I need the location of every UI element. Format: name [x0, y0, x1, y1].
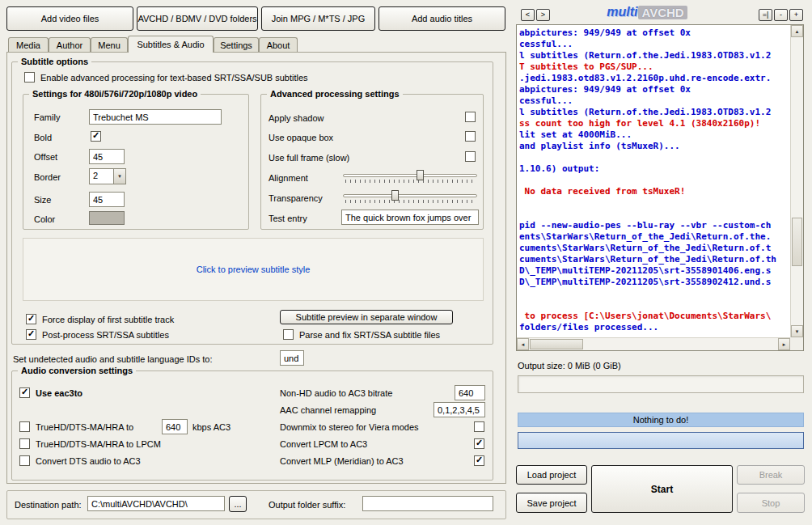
enable-advanced-checkbox[interactable] [24, 72, 35, 83]
offset-input[interactable] [89, 149, 125, 164]
log-line: cessful... [519, 95, 789, 107]
scrollbar-corner [790, 337, 803, 350]
border-select-value: 2 [90, 169, 113, 184]
shrink-panel-button[interactable]: - [774, 9, 788, 21]
progress-bar-empty [518, 375, 804, 393]
full-frame-checkbox[interactable] [465, 151, 476, 162]
log-line: ents\StarWars\Return_of_the_Jedi\Return.… [519, 231, 789, 243]
chevron-down-icon[interactable]: ▼ [113, 169, 125, 184]
log-output[interactable]: abpictures: 949/949 at offset 0xcessful.… [516, 24, 804, 351]
bold-checkbox[interactable] [91, 131, 101, 142]
subtitle-preview-window-button[interactable]: Subtitle preview in separate window [280, 310, 453, 324]
tab-author[interactable]: Author [49, 37, 91, 52]
transparency-label: Transparency [269, 193, 323, 204]
force-first-subtitle-checkbox[interactable] [26, 314, 36, 324]
postprocess-srt-label: Post-process SRT/SSA subtitles [42, 330, 169, 341]
subtitle-preview-link[interactable]: Click to preview subtitle style [197, 265, 311, 274]
scroll-right-button[interactable]: ► [778, 338, 790, 350]
alignment-slider[interactable] [343, 169, 477, 184]
log-forward-button[interactable]: > [536, 9, 550, 21]
join-mpg-mts-jpg-button[interactable]: Join MPG / M*TS / JPG [261, 6, 375, 31]
border-select[interactable]: 2 ▼ [89, 168, 126, 184]
transparency-slider[interactable] [343, 189, 477, 204]
start-button[interactable]: Start [591, 465, 733, 513]
log-line: cessful... [519, 39, 789, 50]
tab-menu[interactable]: Menu [91, 37, 128, 52]
minus-icon: - [780, 11, 782, 19]
downmix-viera-checkbox[interactable] [474, 421, 484, 432]
log-line: folders/files processed... [519, 322, 789, 333]
vertical-scroll-thumb[interactable] [792, 218, 802, 266]
kbps-ac3-label: kbps AC3 [192, 422, 230, 433]
save-project-button[interactable]: Save project [516, 493, 587, 513]
break-label: Break [759, 470, 783, 480]
horizontal-scroll-thumb[interactable] [530, 339, 583, 349]
dock-icon: =| [763, 11, 769, 19]
language-ids-input[interactable] [280, 350, 304, 366]
apply-shadow-checkbox[interactable] [465, 112, 476, 122]
advanced-processing-title: Advanced processing settings [267, 89, 403, 99]
opaque-box-checkbox[interactable] [465, 131, 476, 142]
truehd-to-ac3-label: TrueHD/DTS-MA/HRA to [36, 422, 133, 433]
load-project-button[interactable]: Load project [516, 465, 587, 485]
scroll-left-button[interactable]: ◄ [517, 338, 529, 350]
truehd-to-ac3-checkbox[interactable] [19, 421, 30, 432]
transparency-slider-thumb[interactable] [391, 190, 399, 201]
arrow-left-icon: ◄ [521, 342, 526, 347]
truehd-to-lpcm-checkbox[interactable] [19, 438, 30, 449]
lpcm-to-ac3-label: Convert LPCM to AC3 [280, 439, 367, 450]
log-line: cuments\StarWars\Return_of_the_Jedi\Retu… [519, 254, 789, 265]
test-entry-label: Test entry [269, 214, 307, 224]
log-horizontal-scrollbar[interactable]: ◄ ► [517, 337, 790, 350]
break-button[interactable]: Break [737, 465, 805, 485]
offset-label: Offset [34, 152, 57, 163]
truehd-kbps-input[interactable] [162, 419, 188, 434]
audio-conversion-title: Audio conversion settings [18, 366, 136, 375]
truehd-to-lpcm-label: TrueHD/DTS-MA/HRA to LPCM [36, 439, 161, 450]
output-suffix-input[interactable] [362, 496, 493, 511]
log-vertical-scrollbar[interactable]: ▲ ▼ [790, 25, 803, 337]
dock-panel-button[interactable]: =| [759, 9, 772, 21]
use-eac3to-checkbox[interactable] [19, 387, 30, 398]
scroll-down-button[interactable]: ▼ [791, 325, 803, 337]
subtitle-preview-area[interactable]: Click to preview subtitle style [23, 238, 484, 301]
mlp-to-ac3-checkbox[interactable] [474, 455, 484, 466]
full-frame-label: Use full frame (slow) [269, 153, 349, 163]
log-back-button[interactable]: < [521, 9, 535, 21]
alignment-slider-thumb[interactable] [417, 170, 424, 180]
add-video-files-button[interactable]: Add video files [6, 6, 133, 31]
log-line: abpictures: 949/949 at offset 0x [519, 84, 789, 95]
transparency-slider-ticks [345, 200, 475, 203]
tab-subtitles-audio[interactable]: Subtitles & Audio [128, 36, 214, 53]
dts-to-ac3-checkbox[interactable] [19, 455, 30, 466]
arrow-down-icon: ▼ [795, 329, 800, 334]
stop-button[interactable]: Stop [737, 493, 805, 513]
grow-panel-button[interactable]: + [789, 9, 803, 21]
add-audio-titles-button[interactable]: Add audio titles [379, 6, 505, 31]
tab-about[interactable]: About [259, 37, 298, 52]
start-label: Start [651, 484, 673, 495]
logo-avchd-text: AVCHD [638, 6, 687, 19]
destination-path-input[interactable] [87, 496, 225, 511]
tab-settings[interactable]: Settings [214, 37, 259, 52]
avchd-bdmv-dvd-folders-button[interactable]: AVCHD / BDMV / DVD folders [137, 6, 258, 31]
tab-media[interactable]: Media [8, 37, 49, 52]
test-entry-input[interactable] [341, 210, 479, 225]
arrow-right-icon: ► [782, 342, 787, 347]
tab-settings-label: Settings [220, 40, 252, 50]
log-line [519, 209, 789, 220]
aac-remap-input[interactable] [433, 402, 485, 417]
aac-remap-label: AAC channel remapping [280, 405, 376, 416]
scroll-up-button[interactable]: ▲ [791, 25, 803, 37]
color-swatch[interactable] [89, 211, 125, 225]
family-input[interactable] [89, 109, 222, 125]
parse-fix-srt-checkbox[interactable] [283, 329, 294, 340]
nonhd-bitrate-input[interactable] [455, 385, 485, 400]
postprocess-srt-checkbox[interactable] [26, 329, 36, 340]
lpcm-to-ac3-checkbox[interactable] [474, 438, 484, 449]
browse-destination-button[interactable]: ... [229, 496, 247, 512]
load-project-label: Load project [527, 470, 577, 480]
add-video-files-label: Add video files [41, 14, 99, 23]
size-input[interactable] [89, 192, 125, 207]
alignment-slider-ticks [345, 180, 475, 183]
